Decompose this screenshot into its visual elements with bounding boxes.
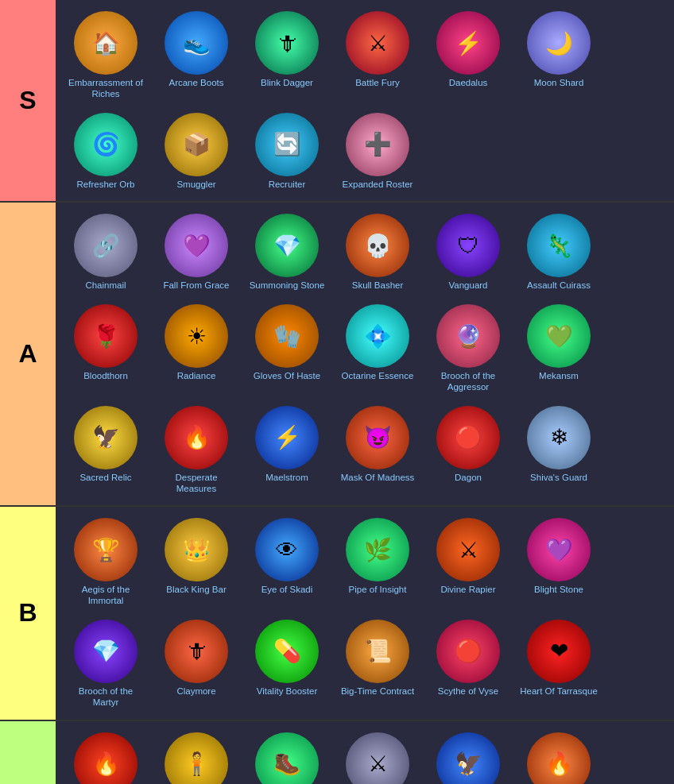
item-blade-mail[interactable]: ⚔Blade Mail [334,728,421,784]
item-claymore[interactable]: 🗡Claymore [153,615,240,713]
item-smuggler[interactable]: 📦Smuggler [153,108,240,195]
item-shivas-guard[interactable]: ❄Shiva's Guard [515,401,602,500]
tier-label-a: A [0,203,56,505]
item-pipe-of-insight[interactable]: 🌿Pipe of Insight [334,513,421,612]
item-maelstrom[interactable]: ⚡Maelstrom [243,401,331,500]
item-icon-desperate-measures: 🔥 [165,406,228,469]
tier-label-c: C [0,721,56,784]
item-name-assault-cuirass: Assault Cuirass [527,280,591,292]
item-divine-rapier[interactable]: ⚔Divine Rapier [424,513,512,612]
item-battle-fury[interactable]: ⚔Battle Fury [334,6,421,105]
item-name-blight-stone: Blight Stone [534,585,583,596]
item-friends-family-discount[interactable]: 🔥Friends and Family Discount [515,728,602,784]
item-vitality-booster[interactable]: 💊Vitality Booster [243,615,331,713]
item-icon-vanguard: 🛡 [436,214,500,277]
item-icon-eye-of-skadi: 👁 [255,518,319,581]
item-icon-recruiter: 🔄 [255,113,319,176]
item-expanded-roster[interactable]: ➕Expanded Roster [334,108,421,195]
tier-row-s: S🏠Embarrassment of Riches👟Arcane Boots🗡B… [0,0,674,203]
item-sacred-relic[interactable]: 🦅Sacred Relic [62,401,149,500]
item-heart-of-tarrasque[interactable]: ❤Heart Of Tarrasque [515,615,602,713]
tier-row-a: A🔗Chainmail💜Fall From Grace💎Summoning St… [0,203,674,507]
item-bloodthorn[interactable]: 🌹Bloodthorn [62,299,149,398]
item-name-recruiter: Recruiter [269,180,306,191]
item-octarine-essence[interactable]: 💠Octarine Essence [334,299,421,398]
item-icon-daedalus: ⚡ [436,11,500,75]
item-icon-chainmail: 🔗 [74,214,138,277]
item-arcane-boots[interactable]: 👟Arcane Boots [153,6,240,105]
item-icon-big-time-contract: 📜 [346,620,409,683]
item-icon-aegis-of-immortal: 🏆 [74,518,138,581]
item-vanguard[interactable]: 🛡Vanguard [424,209,512,296]
item-fall-from-grace[interactable]: 💜Fall From Grace [153,209,240,296]
item-icon-heart-of-tarrasque: ❤ [527,620,591,683]
item-daedalus[interactable]: ⚡Daedalus [424,6,512,105]
item-tranquil-boots[interactable]: 🥾Tranquil Boots [243,728,331,784]
item-icon-dagon: 🔴 [436,406,500,469]
item-name-daedalus: Daedalus [449,78,488,89]
item-icon-blink-dagger: 🗡 [255,11,319,75]
item-icon-blade-mail: ⚔ [346,732,409,784]
item-summoning-stone[interactable]: 💎Summoning Stone [243,209,331,296]
item-black-king-bar[interactable]: 👑Black King Bar [153,513,240,612]
item-icon-maelstrom: ⚡ [255,406,319,469]
item-name-aegis-of-immortal: Aegis of the Immortal [65,585,146,607]
item-name-summoning-stone: Summoning Stone [250,280,325,292]
item-mask-of-madness[interactable]: 😈Mask Of Madness [334,401,421,500]
item-recruiter[interactable]: 🔄Recruiter [243,108,331,195]
item-higher-class-criminal[interactable]: 🧍A Higher Class of Criminal [153,728,240,784]
item-assault-cuirass[interactable]: 🦎Assault Cuirass [515,209,602,296]
item-icon-fall-from-grace: 💜 [165,214,228,277]
item-desperate-measures[interactable]: 🔥Desperate Measures [153,401,240,500]
item-brooch-aggressor[interactable]: 🔮Brooch of the Aggressor [424,299,512,398]
item-mekansm[interactable]: 💚Mekansm [515,299,602,398]
item-name-scythe-of-vyse: Scythe of Vyse [438,686,498,697]
item-chainmail[interactable]: 🔗Chainmail [62,209,149,296]
item-name-brooch-martyr: Brooch of the Martyr [65,686,146,709]
item-icon-moon-shard: 🌙 [527,11,591,75]
item-name-gloves-of-haste: Gloves Of Haste [254,371,320,382]
item-gloves-of-haste[interactable]: 🧤Gloves Of Haste [243,299,331,398]
tier-list: S🏠Embarrassment of Riches👟Arcane Boots🗡B… [0,0,674,784]
item-name-shivas-guard: Shiva's Guard [530,473,587,484]
item-name-embarrassment-of-riches: Embarrassment of Riches [65,78,146,100]
item-name-expanded-roster: Expanded Roster [343,180,413,191]
item-brooch-martyr[interactable]: 💎Brooch of the Martyr [62,615,149,713]
item-icon-arcane-boots: 👟 [165,11,228,75]
item-blight-stone[interactable]: 💜Blight Stone [515,513,602,612]
item-scythe-of-vyse[interactable]: 🔴Scythe of Vyse [424,615,512,713]
item-name-brooch-aggressor: Brooch of the Aggressor [428,371,509,393]
item-refresher-orb[interactable]: 🌀Refresher Orb [62,108,149,195]
item-vicious-intent[interactable]: 🔥Vicious Intent [62,728,149,784]
item-blink-dagger[interactable]: 🗡Blink Dagger [243,6,331,105]
item-embarrassment-of-riches[interactable]: 🏠Embarrassment of Riches [62,6,149,105]
item-eye-of-skadi[interactable]: 👁Eye of Skadi [243,513,331,612]
item-icon-radiance: ☀ [165,304,228,368]
item-radiance[interactable]: ☀Radiance [153,299,240,398]
item-skull-basher[interactable]: 💀Skull Basher [334,209,421,296]
tier-row-c: C🔥Vicious Intent🧍A Higher Class of Crimi… [0,721,674,784]
item-name-black-king-bar: Black King Bar [166,585,226,596]
item-name-mekansm: Mekansm [539,371,579,382]
tier-items-s: 🏠Embarrassment of Riches👟Arcane Boots🗡Bl… [56,0,674,201]
item-name-mask-of-madness: Mask Of Madness [341,473,415,484]
item-name-skull-basher: Skull Basher [352,280,404,292]
tier-items-a: 🔗Chainmail💜Fall From Grace💎Summoning Sto… [56,203,674,505]
tier-label-s: S [0,0,56,201]
item-icon-vitality-booster: 💊 [255,620,319,683]
item-icon-blight-stone: 💜 [527,518,591,581]
item-icon-assault-cuirass: 🦎 [527,214,591,277]
item-aegis-of-immortal[interactable]: 🏆Aegis of the Immortal [62,513,149,612]
item-icon-brooch-martyr: 💎 [74,620,138,683]
item-icon-claymore: 🗡 [165,620,228,683]
item-icon-shivas-guard: ❄ [527,406,591,469]
item-big-time-contract[interactable]: 📜Big-Time Contract [334,615,421,713]
item-hood-of-defiance[interactable]: 🦅Hood Of Defiance [424,728,512,784]
tier-label-b: B [0,507,56,719]
item-icon-embarrassment-of-riches: 🏠 [74,11,138,75]
item-icon-expanded-roster: ➕ [346,113,409,176]
item-dagon[interactable]: 🔴Dagon [424,401,512,500]
item-moon-shard[interactable]: 🌙Moon Shard [515,6,602,105]
item-name-eye-of-skadi: Eye of Skadi [261,585,313,596]
item-icon-pipe-of-insight: 🌿 [346,518,409,581]
